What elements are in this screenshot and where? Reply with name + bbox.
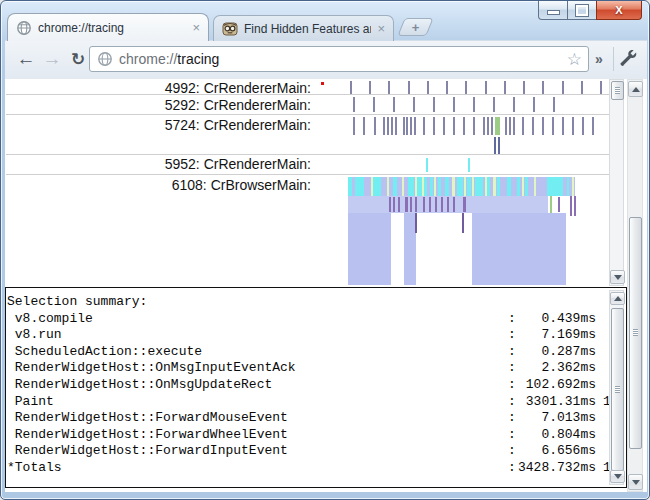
- wrench-menu-icon[interactable]: [618, 48, 640, 70]
- trace-mark: [433, 117, 435, 135]
- reload-button[interactable]: ↻: [65, 45, 91, 73]
- summary-scrollbar-thumb[interactable]: [611, 308, 624, 471]
- url-scheme: chrome://: [119, 51, 177, 67]
- trace-mark: [429, 197, 431, 212]
- summary-row-value: 6.656ms: [484, 443, 596, 458]
- trace-mark: [485, 177, 487, 196]
- trace-mark: [415, 197, 417, 212]
- trace-mark: [562, 81, 564, 94]
- page-scrollbar[interactable]: [627, 79, 643, 492]
- summary-scrollbar[interactable]: [609, 290, 624, 485]
- trace-mark: [494, 137, 496, 154]
- trace-mark: [464, 177, 466, 196]
- page-scroll-down-button[interactable]: [628, 474, 643, 490]
- globe-icon: [97, 51, 113, 67]
- close-tab-icon[interactable]: ×: [377, 22, 385, 35]
- tab-chrome-tracing[interactable]: chrome://tracing ×: [7, 13, 209, 41]
- trace-mark: [350, 81, 352, 94]
- trace-mark: [415, 213, 417, 233]
- trace-mark: [473, 117, 475, 135]
- trace-mark: [562, 117, 564, 135]
- toolbar-overflow-icon[interactable]: »: [595, 51, 603, 67]
- summary-row-name: *Totals: [7, 460, 62, 475]
- summary-scroll-down-button[interactable]: [610, 470, 625, 483]
- forward-button[interactable]: →: [39, 45, 65, 73]
- bookmark-star-icon[interactable]: ☆: [567, 49, 582, 69]
- summary-row-name: ScheduledAction::execute: [7, 344, 202, 359]
- trace-row-label: 5724: CrRendererMain:: [5, 117, 311, 133]
- timeline-scrollbar[interactable]: [609, 79, 624, 286]
- trace-mark: [422, 177, 424, 196]
- trace-mark: [542, 117, 544, 135]
- summary-row-name: v8.compile: [7, 311, 93, 326]
- close-icon: X: [615, 4, 622, 16]
- trace-mark: [567, 177, 569, 196]
- summary-row-name: Selection summary:: [7, 294, 147, 309]
- trace-mark: [353, 117, 355, 135]
- scrollbar-grip: [633, 329, 638, 336]
- summary-row-name: v8.run: [7, 327, 62, 342]
- trace-mark: [427, 81, 429, 94]
- trace-mark: [504, 81, 506, 94]
- trace-mark: [348, 177, 352, 196]
- trace-mark: [355, 177, 364, 196]
- page-scroll-up-button[interactable]: [628, 81, 643, 97]
- trace-mark: [363, 117, 365, 135]
- trace-mark: [522, 117, 524, 135]
- trace-mark: [472, 213, 566, 285]
- trace-mark: [495, 117, 500, 135]
- trace-mark: [402, 177, 404, 196]
- omnibox-input[interactable]: chrome://tracing ☆: [89, 46, 589, 72]
- selection-summary-panel: Selection summary: v8.compile:0.439ms v8…: [5, 287, 627, 488]
- tab-find-hidden-features[interactable]: Find Hidden Features and E ×: [213, 15, 394, 41]
- trace-mark: [447, 197, 449, 212]
- restore-button[interactable]: [568, 1, 596, 20]
- timeline-panel[interactable]: 4992: CrRendererMain:5292: CrRendererMai…: [5, 79, 626, 287]
- trace-mark: [453, 117, 455, 135]
- trace-mark: [463, 197, 466, 212]
- back-button[interactable]: ←: [13, 45, 39, 73]
- trace-mark: [373, 97, 375, 112]
- trace-mark: [410, 117, 412, 135]
- trace-mark: [534, 177, 536, 196]
- summary-row-name: Paint: [7, 394, 54, 409]
- trace-row-label: 5292: CrRendererMain:: [5, 97, 311, 113]
- summary-row-name: RenderWidgetHost::ForwardMouseEvent: [7, 410, 288, 425]
- summary-row-value: 2.362ms: [484, 360, 596, 375]
- timeline-scroll-down-button[interactable]: [610, 270, 625, 284]
- close-tab-icon[interactable]: ×: [192, 21, 200, 34]
- trace-mark: [493, 97, 495, 112]
- trace-mark: [465, 81, 467, 94]
- trace-mark: [574, 196, 576, 216]
- trace-mark: [403, 117, 405, 135]
- minimize-icon: [548, 11, 559, 14]
- tab-title: Find Hidden Features and E: [244, 22, 371, 36]
- globe-icon: [16, 20, 32, 36]
- trace-mark: [389, 197, 391, 212]
- restore-icon: [576, 5, 588, 16]
- page-scrollbar-thumb[interactable]: [629, 217, 642, 449]
- trace-mark: [491, 117, 493, 135]
- trace-mark: [473, 97, 475, 112]
- minimize-button[interactable]: [538, 1, 568, 20]
- trace-mark: [387, 177, 389, 196]
- row-separator: [6, 174, 612, 175]
- trace-mark: [391, 117, 393, 135]
- trace-mark: [353, 97, 355, 112]
- timeline-scrollbar-thumb[interactable]: [611, 81, 624, 100]
- browser-window: X chrome://tracing × Find Hidden Feature…: [0, 0, 650, 500]
- scrollbar-grip: [615, 87, 620, 94]
- summary-scroll-up-button[interactable]: [610, 292, 625, 305]
- url-path: tracing: [177, 51, 219, 67]
- trace-mark: [383, 117, 385, 135]
- new-tab-button[interactable]: +: [397, 18, 433, 36]
- trace-mark: [435, 197, 437, 212]
- close-window-button[interactable]: X: [596, 1, 642, 20]
- summary-row-name: RenderWidgetHost::OnMsgUpdateRect: [7, 377, 272, 392]
- trace-mark: [446, 81, 448, 94]
- arrow-down-icon: [632, 480, 640, 485]
- summary-row-value: 3428.732ms: [484, 460, 596, 475]
- summary-row-value: 102.692ms: [484, 377, 596, 392]
- trace-row-label: 5952: CrRendererMain:: [5, 156, 311, 172]
- arrow-up-icon: [614, 296, 622, 301]
